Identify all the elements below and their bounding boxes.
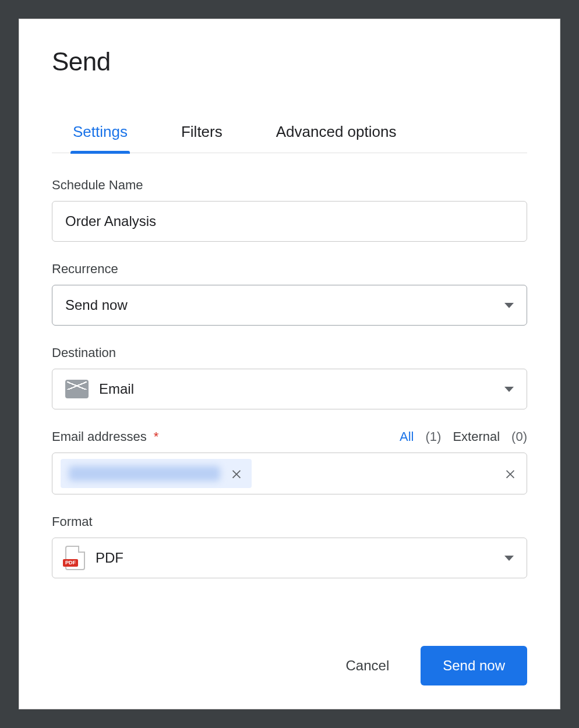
- send-dialog: Send Settings Filters Advanced options S…: [19, 19, 560, 709]
- field-schedule-name: Schedule Name: [52, 178, 527, 242]
- chevron-down-icon: [504, 303, 514, 308]
- close-icon: [504, 467, 517, 480]
- tabs: Settings Filters Advanced options: [52, 123, 527, 153]
- destination-label: Destination: [52, 345, 527, 361]
- recurrence-select[interactable]: Send now: [52, 285, 527, 326]
- field-destination: Destination Email: [52, 345, 527, 409]
- tab-settings[interactable]: Settings: [70, 123, 130, 153]
- label-text: Email addresses: [52, 429, 147, 444]
- field-format: Format PDF PDF: [52, 514, 527, 578]
- email-addresses-label-row: Email addresses * All (1) External (0): [52, 429, 527, 444]
- chip-remove-button[interactable]: [228, 465, 245, 482]
- format-label: Format: [52, 514, 527, 529]
- email-addresses-input[interactable]: [52, 453, 527, 494]
- label-text: Format: [52, 514, 93, 529]
- tab-advanced-options[interactable]: Advanced options: [274, 123, 399, 153]
- filter-external[interactable]: External: [453, 429, 500, 444]
- send-now-button[interactable]: Send now: [421, 646, 527, 685]
- label-text: Destination: [52, 345, 116, 361]
- email-filter-row: All (1) External (0): [400, 429, 527, 444]
- destination-select[interactable]: Email: [52, 369, 527, 409]
- dialog-title: Send: [52, 47, 527, 76]
- email-icon: [65, 380, 89, 398]
- format-value: PDF: [96, 550, 123, 566]
- format-select[interactable]: PDF PDF: [52, 538, 527, 578]
- close-icon: [230, 467, 243, 480]
- schedule-name-label: Schedule Name: [52, 178, 527, 193]
- recurrence-value: Send now: [65, 297, 128, 313]
- schedule-name-input[interactable]: [52, 201, 527, 242]
- pdf-badge: PDF: [63, 559, 78, 567]
- pdf-icon: PDF: [65, 546, 85, 570]
- chevron-down-icon: [504, 387, 514, 392]
- filter-external-count: (0): [511, 429, 527, 444]
- filter-all[interactable]: All: [400, 429, 414, 444]
- cancel-button[interactable]: Cancel: [343, 657, 393, 674]
- required-marker: *: [154, 429, 159, 444]
- email-addresses-label: Email addresses *: [52, 429, 158, 444]
- label-text: Recurrence: [52, 261, 118, 277]
- email-chip: [61, 459, 252, 488]
- clear-all-button[interactable]: [502, 465, 518, 482]
- field-email-addresses: Email addresses * All (1) External (0): [52, 429, 527, 494]
- tab-filters[interactable]: Filters: [179, 123, 225, 153]
- field-recurrence: Recurrence Send now: [52, 261, 527, 326]
- destination-value: Email: [99, 381, 134, 397]
- recurrence-label: Recurrence: [52, 261, 527, 277]
- chevron-down-icon: [504, 556, 514, 561]
- filter-all-count: (1): [426, 429, 442, 444]
- label-text: Schedule Name: [52, 178, 143, 193]
- redacted-email: [69, 466, 220, 481]
- dialog-footer: Cancel Send now: [52, 628, 527, 685]
